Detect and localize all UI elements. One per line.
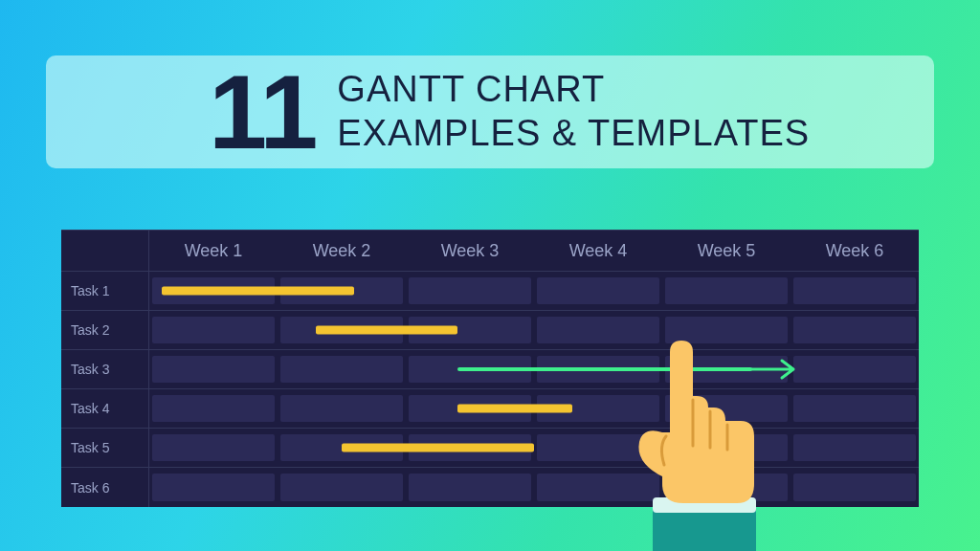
cell [409,277,531,304]
cell [793,277,916,304]
cell [537,317,659,343]
cells [149,468,919,507]
task-label: Task 5 [61,429,149,467]
cells [149,389,919,428]
title-banner: 11 GANTT CHART EXAMPLES & TEMPLATES [46,55,934,168]
gantt-header: Week 1 Week 2 Week 3 Week 4 Week 5 Week … [61,230,919,272]
cell [152,395,275,422]
gantt-row: Task 2 [61,311,919,350]
title-text: GANTT CHART EXAMPLES & TEMPLATES [337,68,810,155]
cell [537,277,659,304]
cell [152,474,275,501]
header-spacer [61,231,149,271]
title-line1: GANTT CHART [337,68,810,112]
cells [149,272,919,310]
task-bar [342,444,534,452]
cell [793,317,916,343]
title-line2: EXAMPLES & TEMPLATES [337,112,810,156]
cell [409,474,531,501]
gantt-row: Task 4 [61,389,919,429]
cell [793,395,916,422]
task-bar [457,405,573,413]
gantt-chart: Week 1 Week 2 Week 3 Week 4 Week 5 Week … [61,230,919,507]
task-bar [162,287,354,296]
column-header: Week 2 [278,241,406,261]
cell [793,434,916,461]
pointing-hand-icon [612,341,785,551]
task-label: Task 2 [61,311,149,349]
task-label: Task 6 [61,468,149,507]
cell [152,356,275,383]
cell [280,356,403,383]
title-number: 11 [209,59,310,165]
gantt-body: Task 1 Task 2 Task 3 [61,272,919,507]
gantt-row: Task 3 [61,350,919,389]
cells [149,311,919,349]
task-label: Task 4 [61,389,149,428]
column-header: Week 5 [662,241,791,261]
cell [280,474,403,501]
cells [149,350,919,388]
cell [280,395,403,422]
gantt-row: Task 1 [61,272,919,311]
column-header: Week 6 [791,241,919,261]
column-header: Week 3 [406,241,534,261]
gantt-row: Task 6 [61,468,919,507]
cell [665,317,788,343]
cell [793,356,916,383]
column-header: Week 4 [534,241,662,261]
cell [152,317,275,343]
cell [152,434,275,461]
gantt-row: Task 5 [61,429,919,468]
cells [149,429,919,467]
task-label: Task 1 [61,272,149,310]
task-label: Task 3 [61,350,149,388]
cell [665,277,788,304]
task-bar [316,326,457,335]
cell [793,474,916,501]
column-header: Week 1 [149,241,278,261]
